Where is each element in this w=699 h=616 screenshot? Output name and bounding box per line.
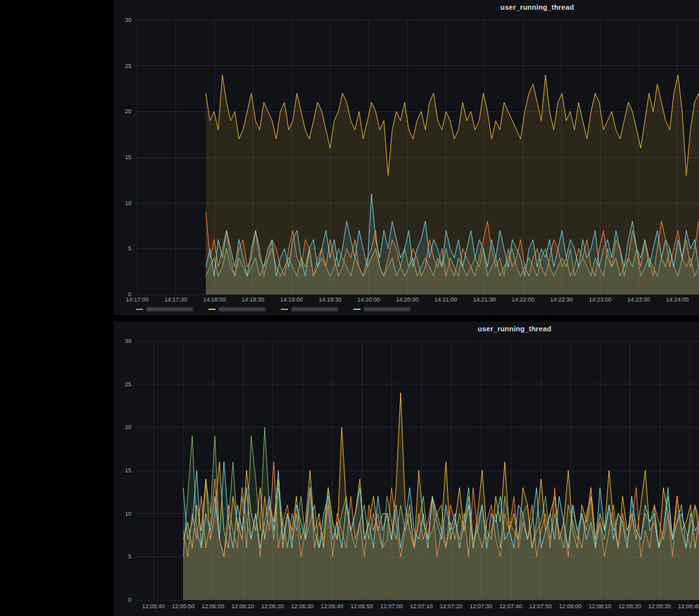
y-axis-tick-label: 10 — [125, 511, 131, 517]
y-axis-tick-label: 10 — [125, 200, 131, 206]
x-axis-tick-label: 12:08:40 — [678, 603, 699, 610]
x-axis-tick-label: 14:20:30 — [396, 296, 419, 303]
x-axis-tick-label: 12:06:00 — [201, 603, 224, 610]
legend-item[interactable] — [136, 307, 193, 311]
x-axis-tick-label: 12:07:20 — [439, 603, 462, 610]
panel-user-running-thread-bottom: user_running_thread 05101520253012:05:40… — [113, 322, 699, 616]
legend-item[interactable] — [353, 307, 410, 311]
legend-label-redacted — [364, 307, 410, 311]
x-axis-tick-label: 14:23:30 — [627, 296, 650, 303]
legend-label-redacted — [219, 307, 265, 311]
y-axis-tick-label: 15 — [125, 154, 131, 160]
y-axis-tick-label: 20 — [125, 108, 131, 115]
legend-series-dash-icon — [353, 309, 361, 310]
x-axis-tick-label: 12:06:40 — [320, 603, 343, 610]
x-axis-tick-label: 14:20:00 — [357, 296, 380, 303]
x-axis-tick-label: 14:23:00 — [589, 296, 612, 303]
y-axis-tick-label: 5 — [128, 553, 131, 560]
x-axis-tick-label: 12:05:40 — [142, 603, 164, 610]
y-axis-tick-label: 20 — [125, 424, 131, 430]
x-axis-tick-label: 12:06:20 — [261, 603, 283, 610]
y-axis-tick-label: 25 — [125, 63, 131, 69]
x-axis-tick-label: 12:05:50 — [172, 603, 194, 610]
x-axis-tick-label: 12:07:30 — [469, 603, 492, 610]
x-axis-tick-label: 12:06:10 — [231, 603, 254, 610]
y-axis-tick-label: 0 — [128, 597, 131, 603]
x-axis-tick-label: 14:17:30 — [164, 296, 187, 303]
x-axis-tick-label: 14:19:00 — [280, 296, 303, 303]
panel-title[interactable]: user_running_thread — [113, 322, 699, 336]
panel-title[interactable]: user_running_thread — [113, 0, 699, 14]
y-axis-tick-label: 25 — [125, 381, 131, 388]
y-axis-tick-label: 5 — [128, 245, 131, 252]
x-axis-tick-label: 14:17:00 — [126, 296, 148, 303]
x-axis-tick-label: 14:22:30 — [550, 296, 573, 303]
x-axis-tick-label: 14:21:00 — [434, 296, 457, 303]
x-axis-tick-label: 14:22:00 — [511, 296, 534, 303]
x-axis-tick-label: 12:08:00 — [559, 603, 581, 610]
legend-series-dash-icon — [136, 309, 143, 310]
y-axis-tick-label: 30 — [125, 338, 131, 344]
x-axis-tick-label: 12:07:50 — [529, 603, 551, 610]
panel-user-running-thread-top: user_running_thread 05101520253014:17:00… — [113, 0, 699, 315]
x-axis-tick-label: 12:07:10 — [410, 603, 432, 610]
x-axis-tick-label: 12:08:20 — [618, 603, 641, 610]
legend-item[interactable] — [208, 307, 265, 311]
time-series-plot-bottom[interactable]: 05101520253012:05:4012:05:5012:06:0012:0… — [113, 336, 699, 614]
x-axis-tick-label: 12:08:10 — [588, 603, 611, 610]
chart-svg-top: 05101520253014:17:0014:17:3014:18:0014:1… — [113, 14, 699, 304]
time-series-plot-top[interactable]: 05101520253014:17:0014:17:3014:18:0014:1… — [113, 14, 699, 304]
y-axis-tick-label: 30 — [125, 17, 131, 23]
legend-label-redacted — [291, 307, 338, 311]
y-axis-tick-label: 15 — [125, 467, 131, 474]
x-axis-tick-label: 14:18:30 — [241, 296, 264, 303]
legend-label-redacted — [146, 307, 193, 311]
x-axis-tick-label: 12:06:50 — [350, 603, 373, 610]
x-axis-tick-label: 12:06:30 — [291, 603, 313, 610]
legend-item[interactable] — [281, 307, 338, 311]
x-axis-tick-label: 14:19:30 — [318, 296, 341, 303]
x-axis-tick-label: 12:07:40 — [499, 603, 522, 610]
x-axis-tick-label: 14:21:30 — [473, 296, 496, 303]
x-axis-tick-label: 12:08:30 — [648, 603, 671, 610]
legend-series-dash-icon — [281, 309, 288, 310]
x-axis-tick-label: 14:24:00 — [666, 296, 689, 303]
grafana-dashboard: user_running_thread 05101520253014:17:00… — [0, 0, 699, 616]
chart-svg-bottom: 05101520253012:05:4012:05:5012:06:0012:0… — [113, 336, 699, 614]
x-axis-tick-label: 14:18:00 — [203, 296, 226, 303]
legend-series-dash-icon — [208, 309, 216, 310]
legend[interactable] — [136, 304, 410, 314]
x-axis-tick-label: 12:07:00 — [380, 603, 403, 610]
